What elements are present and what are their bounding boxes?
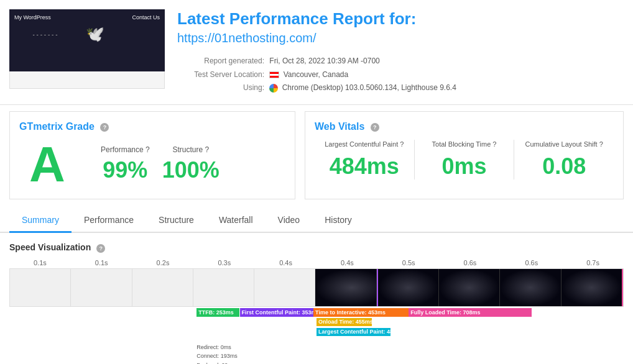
frame-5	[315, 269, 376, 306]
lcp-vital: Largest Contentful Paint ? 484ms	[315, 140, 415, 180]
time-label-0: 0.1s	[9, 259, 71, 266]
tbt-vital: Total Blocking Time ? 0ms	[415, 140, 515, 180]
canada-flag-icon	[269, 71, 279, 78]
performance-metric: Performance ? 99%	[101, 145, 150, 183]
frame-8	[500, 269, 561, 306]
time-label-7: 0.6s	[440, 259, 501, 266]
tabs-row: Summary Performance Structure Waterfall …	[9, 209, 624, 232]
tbt-value: 0ms	[421, 153, 508, 180]
meta-generated: Report generated: Fri, Oct 28, 2022 10:3…	[177, 55, 624, 68]
screenshot-footer	[9, 71, 165, 89]
grades-section: GTmetrix Grade ? A Performance ? 99% Str…	[0, 105, 633, 206]
performance-value: 99%	[101, 157, 150, 183]
ttfb-label: TTFB: 253ms	[196, 309, 236, 316]
gtmetrix-title: GTmetrix Grade ?	[19, 121, 285, 132]
server-label: Test Server Location:	[177, 68, 264, 82]
gtmetrix-help-icon[interactable]: ?	[100, 123, 109, 132]
fcp-label: First Contentful Paint: 353ms	[240, 309, 321, 316]
speed-viz-section: Speed Visualization ? 0.1s 0.1s 0.2s 0.3…	[0, 233, 633, 364]
frame-8-glow	[500, 269, 560, 306]
tab-waterfall[interactable]: Waterfall	[206, 209, 266, 233]
onload-bar: Onload Time: 455ms	[316, 318, 372, 326]
using-value: Chrome (Desktop) 103.0.5060.134, Lightho…	[282, 83, 456, 92]
tab-performance[interactable]: Performance	[72, 209, 146, 233]
grade-letter: A	[19, 140, 75, 189]
fl-bar: Fully Loaded Time: 708ms	[409, 308, 532, 317]
structure-help-icon[interactable]: ?	[205, 145, 209, 154]
screenshot-area: My WordPress Contact Us - - - - - - - 🕊️	[9, 9, 165, 95]
web-vitals-card: Web Vitals ? Largest Contentful Paint ? …	[305, 111, 624, 199]
lcp-value: 484ms	[321, 153, 408, 180]
time-labels-row: 0.1s 0.1s 0.2s 0.3s 0.4s 0.4s 0.5s 0.6s …	[9, 259, 624, 266]
frame-4	[254, 269, 315, 306]
frame-9-glow	[561, 269, 622, 306]
time-label-2: 0.2s	[132, 259, 194, 266]
time-label-1: 0.1s	[71, 259, 132, 266]
report-title: Latest Performance Report for:	[177, 9, 624, 29]
tab-summary[interactable]: Summary	[9, 209, 72, 233]
frame-9	[561, 269, 623, 306]
tab-structure[interactable]: Structure	[146, 209, 206, 233]
frame-3	[193, 269, 254, 306]
ttfb-bar: TTFB: 253ms	[196, 308, 239, 317]
lcp-help-icon[interactable]: ?	[400, 140, 404, 148]
chrome-icon	[269, 84, 278, 93]
ttfb-backend: Backend: 60ms	[196, 361, 238, 364]
tbt-label: Total Blocking Time ?	[421, 140, 508, 148]
report-url: https://01nethosting.com/	[177, 31, 624, 45]
frame-0	[10, 269, 71, 306]
dashes-decoration: - - - - - - -	[33, 31, 58, 38]
site-menu: Contact Us	[132, 14, 160, 20]
onload-label: Onload Time: 455ms	[316, 319, 375, 325]
website-screenshot: My WordPress Contact Us - - - - - - - 🕊️	[9, 9, 165, 71]
cls-vital: Cumulative Layout Shift ? 0.08	[514, 140, 614, 180]
time-label-4: 0.4s	[255, 259, 316, 266]
tti-label: Time to Interactive: 453ms	[313, 309, 387, 316]
grade-metrics: Performance ? 99% Structure ? 100%	[101, 145, 219, 183]
ttfb-sub-annotations: Redirect: 0ms Connect: 193ms Backend: 60…	[196, 343, 238, 364]
web-vitals-title: Web Vitals ?	[315, 121, 614, 132]
speed-viz-title: Speed Visualization ?	[9, 242, 624, 253]
sub-annotations: Redirect: 0ms Connect: 193ms Backend: 60…	[9, 343, 624, 364]
tbt-help-icon[interactable]: ?	[492, 140, 496, 148]
progress-bars-area: TTFB: 253ms First Contentful Paint: 353m…	[9, 308, 624, 342]
server-value: Vancouver, Canada	[284, 70, 349, 79]
meta-server: Test Server Location: Vancouver, Canada	[177, 68, 624, 82]
lcp-label: Largest Contentful Paint ?	[321, 140, 408, 148]
grade-content: A Performance ? 99% Structure ? 100%	[19, 140, 285, 189]
generated-value: Fri, Oct 28, 2022 10:39 AM -0700	[269, 57, 379, 65]
meta-using: Using: Chrome (Desktop) 103.0.5060.134, …	[177, 81, 624, 95]
structure-metric: Structure ? 100%	[162, 145, 219, 183]
fcp-bar: First Contentful Paint: 353ms	[240, 308, 314, 317]
web-vitals-help-icon[interactable]: ?	[371, 123, 379, 132]
cls-value: 0.08	[520, 153, 608, 180]
site-logo: My WordPress	[14, 14, 51, 20]
timeline-container: 0.1s 0.1s 0.2s 0.3s 0.4s 0.4s 0.5s 0.6s …	[9, 259, 624, 364]
structure-value: 100%	[162, 157, 219, 183]
tab-history[interactable]: History	[312, 209, 364, 233]
time-label-9: 0.7s	[562, 259, 624, 266]
tabs-section: Summary Performance Structure Waterfall …	[0, 209, 633, 233]
lcp-bar: Largest Contentful Paint: 484ms	[316, 328, 390, 336]
generated-label: Report generated:	[177, 55, 264, 68]
time-label-6: 0.5s	[378, 259, 440, 266]
bird-icon: 🕊️	[86, 25, 104, 43]
frame-7	[439, 269, 500, 306]
frame-7-glow	[439, 269, 499, 306]
filmstrip	[9, 268, 624, 307]
time-label-3: 0.3s	[193, 259, 255, 266]
frame-1	[71, 269, 132, 306]
top-section: My WordPress Contact Us - - - - - - - 🕊️…	[0, 0, 633, 105]
report-meta: Report generated: Fri, Oct 28, 2022 10:3…	[177, 55, 624, 95]
structure-label: Structure ?	[162, 145, 219, 154]
tab-video[interactable]: Video	[266, 209, 313, 233]
report-info: Latest Performance Report for: https://0…	[177, 9, 624, 95]
cls-help-icon[interactable]: ?	[599, 140, 603, 148]
frame-6	[377, 269, 439, 306]
performance-help-icon[interactable]: ?	[146, 145, 150, 154]
frame-5-glow	[315, 269, 376, 306]
ttfb-connect: Connect: 193ms	[196, 352, 238, 360]
cls-label: Cumulative Layout Shift ?	[520, 140, 608, 148]
speed-viz-help-icon[interactable]: ?	[96, 244, 105, 253]
frame-2	[132, 269, 193, 306]
